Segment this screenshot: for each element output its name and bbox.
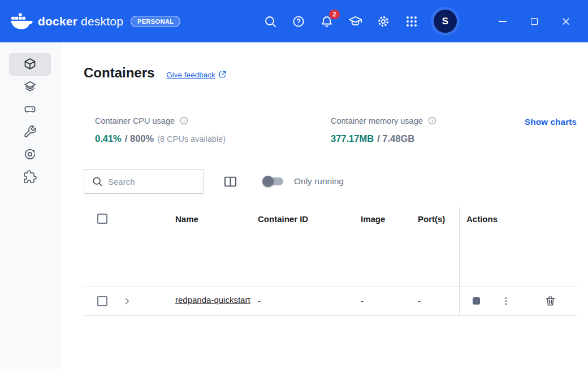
column-header-container-id[interactable]: Container ID [253,214,355,224]
maximize-button[interactable] [528,15,541,28]
header-right: 2 S [249,10,572,33]
sidebar-item-containers[interactable] [9,53,51,76]
title-row: Containers Give feedback [84,65,577,81]
row-kebab-menu-icon[interactable] [498,292,514,311]
only-running-label: Only running [294,176,344,186]
stop-container-button[interactable] [466,292,486,311]
app-header: docker desktop PERSONAL [0,0,588,42]
sidebar [0,42,60,369]
table-controls-row: Only running [84,169,577,194]
memory-usage-value: 377.17MB [331,133,374,144]
memory-info-icon[interactable] [427,116,437,125]
app-body: Containers Give feedback Container CPU u… [0,42,588,369]
column-header-ports[interactable]: Port(s) [414,214,459,224]
give-feedback-label: Give feedback [166,71,215,79]
feedback-external-icon [218,70,227,80]
sidebar-item-scout[interactable] [9,144,51,166]
give-feedback-link[interactable]: Give feedback [166,70,226,80]
sidebar-item-builds[interactable] [9,121,51,144]
apps-grid-icon[interactable] [404,14,419,29]
brand-title: docker desktop [38,15,123,28]
minimize-button[interactable] [496,15,509,28]
cpu-usage-label: Container CPU usage [95,116,175,125]
stop-square-icon [473,297,480,305]
delete-container-trash-icon[interactable] [544,295,556,307]
table-spacer [84,231,577,286]
container-id-cell: - [253,296,355,306]
search-magnifier-icon [92,176,103,187]
table-row: redpanda-quickstart - - - [84,286,577,316]
notifications-bell-icon[interactable]: 2 [319,14,334,29]
actions-column-divider [459,207,460,316]
main-content: Containers Give feedback Container CPU u… [60,42,588,369]
image-cell: - [355,296,414,306]
containers-table: Name Container ID Image Port(s) Actions [84,207,577,316]
row-actions [459,286,577,315]
page-title: Containers [84,65,154,81]
cpu-available-note: (8 CPUs available) [157,134,226,144]
images-layers-icon [23,80,37,95]
brand-docker: docker [38,15,77,28]
plan-badge[interactable]: PERSONAL [131,16,180,27]
column-header-image[interactable]: Image [355,214,414,224]
settings-gear-icon[interactable] [376,14,391,29]
close-button[interactable] [560,15,572,28]
memory-usage-total: / 7.48GB [377,133,414,144]
stats-row: Container CPU usage 0.41% / 800% (8 CPUs… [84,116,577,144]
learning-center-icon[interactable] [348,14,362,29]
containers-cube-icon [23,57,37,72]
cpu-usage-value: 0.41% [95,133,122,144]
container-name-link[interactable]: redpanda-quickstart [175,295,250,305]
show-charts-link[interactable]: Show charts [525,117,577,127]
builds-wrench-icon [23,125,37,140]
volumes-drive-icon [23,102,37,118]
table-header-row: Name Container ID Image Port(s) Actions [84,207,577,231]
brand-desktop: desktop [81,15,123,28]
docker-desktop-window: docker desktop PERSONAL [0,0,588,369]
only-running-toggle[interactable] [264,177,283,185]
column-header-actions: Actions [459,214,577,224]
sidebar-item-images[interactable] [9,76,51,98]
column-settings-icon[interactable] [223,174,238,189]
toggle-knob [262,176,274,187]
container-search-box [84,169,204,194]
extensions-puzzle-icon [23,170,37,185]
column-header-name[interactable]: Name [168,214,253,224]
memory-usage-label: Container memory usage [331,116,423,125]
select-all-checkbox[interactable] [97,214,107,224]
window-controls [477,15,572,28]
docker-whale-logo [10,12,33,30]
expand-row-chevron-icon[interactable] [122,296,132,306]
avatar[interactable]: S [434,10,457,33]
memory-usage-stat: Container memory usage 377.17MB / 7.48GB [331,116,525,144]
sidebar-item-volumes[interactable] [9,98,51,121]
cpu-usage-total: / 800% [125,133,154,144]
help-icon[interactable] [291,14,306,29]
search-input[interactable] [108,177,204,186]
row-checkbox[interactable] [97,296,107,306]
cpu-usage-stat: Container CPU usage 0.41% / 800% (8 CPUs… [95,116,331,144]
notification-badge: 2 [329,10,340,19]
sidebar-item-extensions[interactable] [9,166,51,189]
ports-cell: - [414,296,459,306]
scout-radar-icon [23,147,37,163]
header-left: docker desktop PERSONAL [10,12,180,30]
cpu-info-icon[interactable] [179,116,189,125]
search-icon[interactable] [263,14,278,29]
